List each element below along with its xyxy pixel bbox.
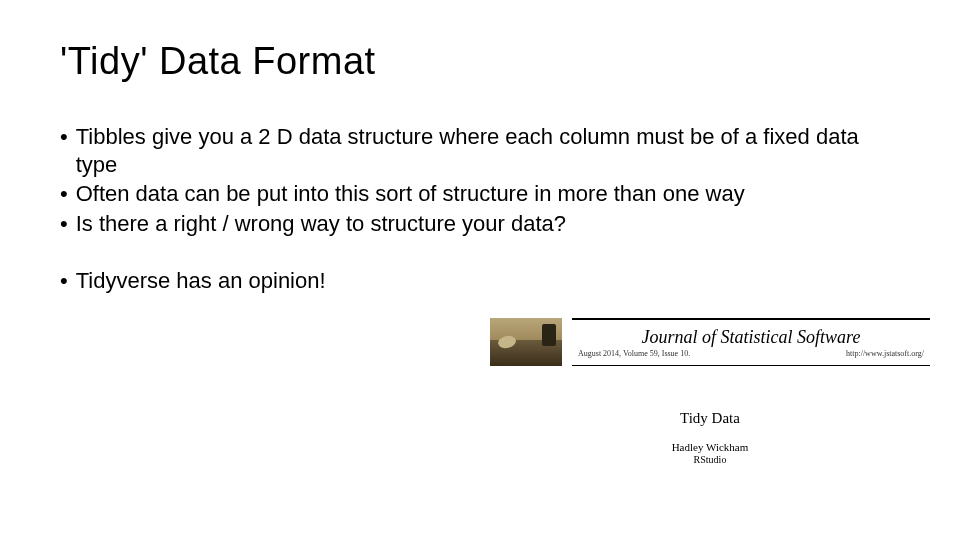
painting-thumbnail <box>490 318 562 366</box>
journal-meta-row: August 2014, Volume 59, Issue 10. http:/… <box>578 349 924 358</box>
bullet-dot-icon: • <box>60 210 68 238</box>
slide-title: 'Tidy' Data Format <box>60 40 900 83</box>
journal-name: Journal of Statistical Software <box>578 328 924 347</box>
bullet-item: • Is there a right / wrong way to struct… <box>60 210 900 238</box>
bullet-dot-icon: • <box>60 180 68 208</box>
paper-reference-block: Journal of Statistical Software August 2… <box>490 318 930 465</box>
bullet-dot-icon: • <box>60 123 68 178</box>
bullet-list-top: • Tibbles give you a 2 D data structure … <box>60 123 900 237</box>
paper-affiliation: RStudio <box>490 454 930 465</box>
slide: 'Tidy' Data Format • Tibbles give you a … <box>0 0 960 295</box>
bullet-dot-icon: • <box>60 267 68 295</box>
journal-issue: August 2014, Volume 59, Issue 10. <box>578 349 690 358</box>
journal-header-row: Journal of Statistical Software August 2… <box>490 318 930 366</box>
journal-box: Journal of Statistical Software August 2… <box>572 318 930 366</box>
bullet-item: • Tibbles give you a 2 D data structure … <box>60 123 900 178</box>
paper-author: Hadley Wickham <box>490 441 930 453</box>
journal-url: http://www.jstatsoft.org/ <box>846 349 924 358</box>
bullet-text: Is there a right / wrong way to structur… <box>76 210 900 238</box>
bullet-list-bottom: • Tidyverse has an opinion! <box>60 267 900 295</box>
paper-heading-block: Tidy Data Hadley Wickham RStudio <box>490 410 930 465</box>
bullet-text: Tibbles give you a 2 D data structure wh… <box>76 123 900 178</box>
bullet-text: Tidyverse has an opinion! <box>76 267 900 295</box>
paper-title: Tidy Data <box>490 410 930 427</box>
bullet-text: Often data can be put into this sort of … <box>76 180 900 208</box>
bullet-item: • Tidyverse has an opinion! <box>60 267 900 295</box>
bullet-item: • Often data can be put into this sort o… <box>60 180 900 208</box>
